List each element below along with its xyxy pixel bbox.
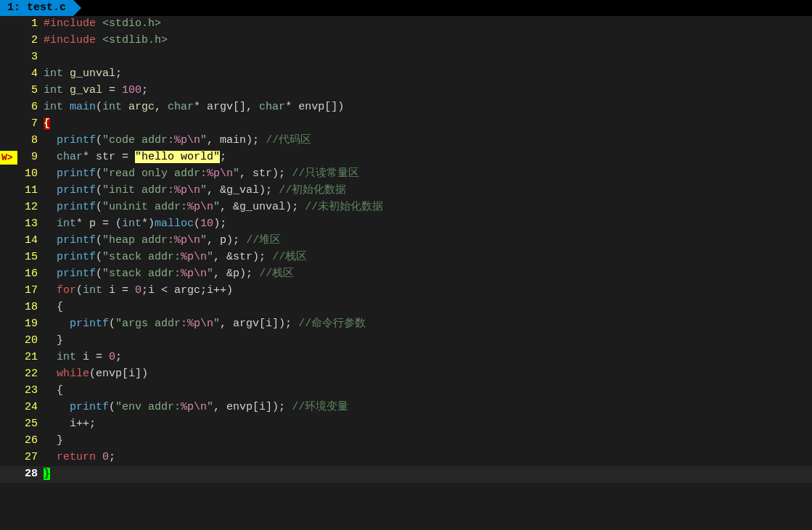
code-content: int* p = (int*)malloc(10); (44, 216, 812, 233)
code-content: { (44, 116, 812, 133)
code-content: char* str = "hello world"; (44, 149, 812, 166)
code-line: 1 #include <stdio.h> (0, 16, 812, 33)
line-number: 21 (17, 349, 44, 366)
line-number: 23 (17, 383, 44, 399)
code-line: 13 int* p = (int*)malloc(10); (0, 216, 812, 233)
line-number: 9 (17, 149, 44, 166)
code-line: 3 (0, 49, 812, 66)
code-line: 25 i++; (0, 416, 812, 433)
code-line: 18 { (0, 299, 812, 316)
code-content: for(int i = 0;i < argc;i++) (44, 283, 812, 299)
line-number: 26 (17, 433, 44, 450)
code-content: int main(int argc, char* argv[], char* e… (44, 99, 812, 116)
code-content: printf("stack addr:%p\n", &str); //栈区 (44, 249, 812, 266)
code-line: W> 9 char* str = "hello world"; (0, 149, 812, 166)
code-content: printf("heap addr:%p\n", p); //堆区 (44, 233, 812, 249)
code-line: 7 { (0, 116, 812, 133)
editor-area[interactable]: 1 #include <stdio.h> 2 #include <stdlib.… (0, 16, 812, 483)
code-line: 8 printf("code addr:%p\n", main); //代码区 (0, 133, 812, 149)
cursor: } (44, 468, 50, 480)
line-number: 14 (17, 233, 44, 249)
code-line: 21 int i = 0; (0, 349, 812, 366)
line-number: 8 (17, 133, 44, 149)
code-line: 6 int main(int argc, char* argv[], char*… (0, 99, 812, 116)
code-content: while(envp[i]) (44, 366, 812, 383)
line-number: 13 (17, 216, 44, 233)
code-content: #include <stdlib.h> (44, 33, 812, 49)
code-content: } (44, 333, 812, 349)
line-number: 10 (17, 166, 44, 183)
line-number: 11 (17, 183, 44, 199)
code-content: printf("env addr:%p\n", envp[i]); //环境变量 (44, 399, 812, 416)
code-line: 2 #include <stdlib.h> (0, 33, 812, 49)
line-number: 6 (17, 99, 44, 116)
line-number: 16 (17, 266, 44, 283)
code-line: 10 printf("read only addr:%p\n", str); /… (0, 166, 812, 183)
code-line: 22 while(envp[i]) (0, 366, 812, 383)
code-line: 11 printf("init addr:%p\n", &g_val); //初… (0, 183, 812, 199)
code-line: 23 { (0, 383, 812, 399)
code-content: printf("uninit addr:%p\n", &g_unval); //… (44, 199, 812, 216)
code-line: 19 printf("args addr:%p\n", argv[i]); //… (0, 316, 812, 333)
code-content: } (44, 466, 812, 483)
code-content: int g_unval; (44, 66, 812, 83)
code-content: } (44, 433, 812, 450)
line-number: 19 (17, 316, 44, 333)
line-number: 2 (17, 33, 44, 49)
line-number: 20 (17, 333, 44, 349)
line-number: 18 (17, 299, 44, 316)
code-content: printf("code addr:%p\n", main); //代码区 (44, 133, 812, 149)
tab-bar: 1: test.c (0, 0, 812, 16)
code-content: i++; (44, 416, 812, 433)
code-content: { (44, 299, 812, 316)
code-line: 4 int g_unval; (0, 66, 812, 83)
line-number: 5 (17, 83, 44, 99)
tab-active[interactable]: 1: test.c (0, 0, 73, 16)
code-content: { (44, 383, 812, 399)
code-content: #include <stdio.h> (44, 16, 812, 33)
code-line: 17 for(int i = 0;i < argc;i++) (0, 283, 812, 299)
code-line: 14 printf("heap addr:%p\n", p); //堆区 (0, 233, 812, 249)
line-number: 15 (17, 249, 44, 266)
line-number: 25 (17, 416, 44, 433)
code-line: 5 int g_val = 100; (0, 83, 812, 99)
code-line: 26 } (0, 433, 812, 450)
code-content: printf("init addr:%p\n", &g_val); //初始化数… (44, 183, 812, 199)
code-line-current: 28 } (0, 466, 812, 483)
search-highlight: "hello world" (135, 151, 220, 163)
code-content: int g_val = 100; (44, 83, 812, 99)
line-number: 4 (17, 66, 44, 83)
line-number: 28 (17, 466, 44, 483)
code-line: 24 printf("env addr:%p\n", envp[i]); //环… (0, 399, 812, 416)
code-content: printf("stack addr:%p\n", &p); //栈区 (44, 266, 812, 283)
code-content: printf("args addr:%p\n", argv[i]); //命令行… (44, 316, 812, 333)
code-content: int i = 0; (44, 349, 812, 366)
line-number: 7 (17, 116, 44, 133)
code-line: 27 return 0; (0, 450, 812, 466)
line-number: 12 (17, 199, 44, 216)
line-number: 3 (17, 49, 44, 66)
code-content: return 0; (44, 450, 812, 466)
code-line: 15 printf("stack addr:%p\n", &str); //栈区 (0, 249, 812, 266)
code-line: 16 printf("stack addr:%p\n", &p); //栈区 (0, 266, 812, 283)
line-number: 24 (17, 399, 44, 416)
code-line: 20 } (0, 333, 812, 349)
line-number: 1 (17, 16, 44, 33)
code-content: printf("read only addr:%p\n", str); //只读… (44, 166, 812, 183)
code-line: 12 printf("uninit addr:%p\n", &g_unval);… (0, 199, 812, 216)
line-number: 27 (17, 450, 44, 466)
line-number: 22 (17, 366, 44, 383)
matching-brace-highlight: { (44, 117, 50, 130)
line-number: 17 (17, 283, 44, 299)
warning-sign[interactable]: W> (0, 151, 17, 165)
